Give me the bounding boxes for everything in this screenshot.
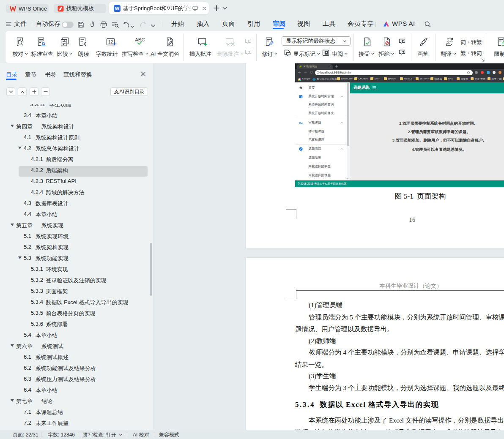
svg-text:W: W [115, 6, 120, 11]
svg-text:A: A [450, 38, 453, 43]
svg-text:ABC: ABC [135, 37, 145, 42]
svg-text:12: 12 [108, 39, 113, 44]
svg-text:A: A [299, 121, 301, 124]
